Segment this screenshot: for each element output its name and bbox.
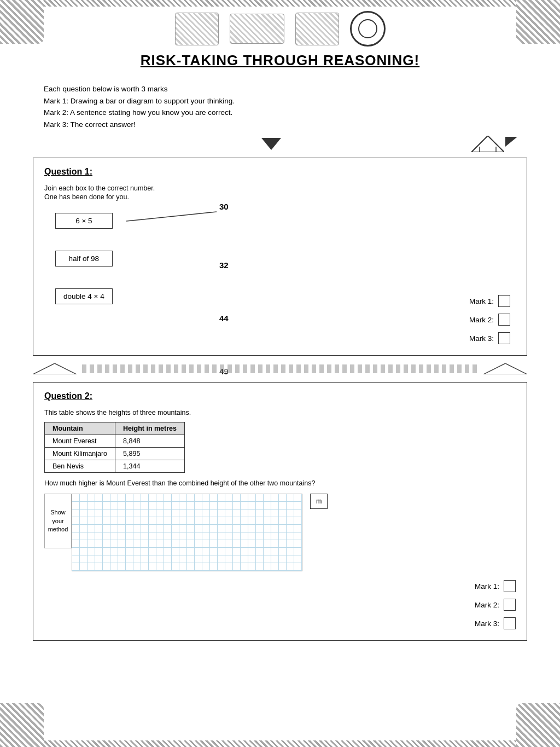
grid-cell <box>187 509 195 517</box>
grid-cell <box>95 555 103 563</box>
grid-cell <box>210 517 218 525</box>
grid-cell <box>126 509 133 517</box>
grid-cell <box>141 548 149 555</box>
q2-marks-section: Mark 1: Mark 2: Mark 3: <box>44 580 516 629</box>
grid-cell <box>195 563 202 571</box>
grid-cell <box>218 548 225 555</box>
grid-cell <box>210 494 218 502</box>
mark1-checkbox[interactable] <box>498 295 510 307</box>
q2-mark2-checkbox[interactable] <box>504 599 516 611</box>
q1-number-30: 30 <box>219 202 229 211</box>
deco-top-right <box>516 0 560 44</box>
q2-mark1-checkbox[interactable] <box>504 580 516 592</box>
grid-cell <box>172 555 179 563</box>
mark2-checkbox[interactable] <box>498 314 510 326</box>
grid-cell <box>294 563 302 571</box>
q2-question-text: How much higher is Mount Everest than th… <box>44 479 516 487</box>
grid-cell <box>149 525 156 532</box>
grid-cell <box>110 502 118 509</box>
grid-cell <box>225 525 233 532</box>
show-method-label: Showyourmethod <box>44 494 72 548</box>
svg-line-3 <box>126 212 217 221</box>
grid-cell <box>126 548 133 555</box>
grid-cell <box>195 525 202 532</box>
grid-cell <box>210 509 218 517</box>
grid-cell <box>141 525 149 532</box>
grid-cell <box>233 555 241 563</box>
table-row-kilimanjaro: Mount Kilimanjaro 5,895 <box>45 448 185 460</box>
grid-cell <box>256 540 264 548</box>
mark2-label: Mark 2: <box>469 316 494 324</box>
grid-cell <box>126 525 133 532</box>
grid-cell <box>149 540 156 548</box>
grid-cell <box>210 548 218 555</box>
grid-cell <box>248 540 256 548</box>
grid-cell <box>126 517 133 525</box>
grid-cell <box>156 525 164 532</box>
grid-cell <box>110 517 118 525</box>
grid-cell <box>95 494 103 502</box>
grid-cell <box>248 532 256 540</box>
grid-cell <box>256 494 264 502</box>
grid-cell <box>256 532 264 540</box>
deco-bottom-right <box>516 703 560 747</box>
grid-cell <box>179 517 187 525</box>
grid-cell <box>241 563 248 571</box>
grid-cell <box>241 517 248 525</box>
grid-cell <box>149 494 156 502</box>
grid-cell <box>103 563 110 571</box>
grid-cell <box>149 502 156 509</box>
grid-cell <box>80 509 88 517</box>
question2-box: Question 2: This table shows the heights… <box>33 382 527 641</box>
grid-cell <box>179 563 187 571</box>
grid-cell <box>264 494 271 502</box>
grid-cell <box>172 548 179 555</box>
grid-cell <box>279 494 287 502</box>
grid-cell <box>271 509 279 517</box>
grid-cell <box>264 563 271 571</box>
grid-cell <box>210 540 218 548</box>
q1-number-44: 44 <box>219 314 229 323</box>
grid-cell <box>103 494 110 502</box>
grid-cell <box>103 555 110 563</box>
separator-deco-right <box>483 363 527 374</box>
grid-cell <box>164 563 172 571</box>
grid-cell <box>88 525 95 532</box>
grid-cell <box>103 532 110 540</box>
grid-cell <box>95 563 103 571</box>
grid-cell <box>202 525 210 532</box>
grid-cell <box>287 548 294 555</box>
grid-cell <box>233 502 241 509</box>
grid-cell <box>256 548 264 555</box>
q2-work-area: Showyourmethod // Generate grid rows dyn… <box>44 494 516 571</box>
answer-unit: m <box>316 497 322 505</box>
grid-cell <box>110 525 118 532</box>
grid-cell <box>156 502 164 509</box>
arrow-row-1 <box>0 136 560 152</box>
grid-cell <box>164 525 172 532</box>
grid-cell <box>187 563 195 571</box>
intro-line2: Mark 1: Drawing a bar or diagram to supp… <box>44 95 516 107</box>
grid-cell <box>110 540 118 548</box>
grid-cell <box>241 555 248 563</box>
grid-cell <box>95 525 103 532</box>
grid-cell <box>287 563 294 571</box>
grid-cell <box>179 540 187 548</box>
grid-cell <box>264 502 271 509</box>
grid-cell <box>248 517 256 525</box>
grid-cell <box>233 494 241 502</box>
q2-mark3-checkbox[interactable] <box>504 617 516 629</box>
mark2-item: Mark 2: <box>469 314 510 326</box>
grid-cell <box>225 548 233 555</box>
grid-cell <box>126 540 133 548</box>
answer-area: m <box>307 494 328 509</box>
grid-cell <box>279 502 287 509</box>
mark3-checkbox[interactable] <box>498 332 510 344</box>
answer-box[interactable]: m <box>310 494 328 509</box>
grid-cell <box>248 563 256 571</box>
separator-row <box>0 361 560 377</box>
grid-cell <box>179 502 187 509</box>
grid-cell <box>287 532 294 540</box>
grid-cell <box>187 548 195 555</box>
grid-cell <box>279 532 287 540</box>
